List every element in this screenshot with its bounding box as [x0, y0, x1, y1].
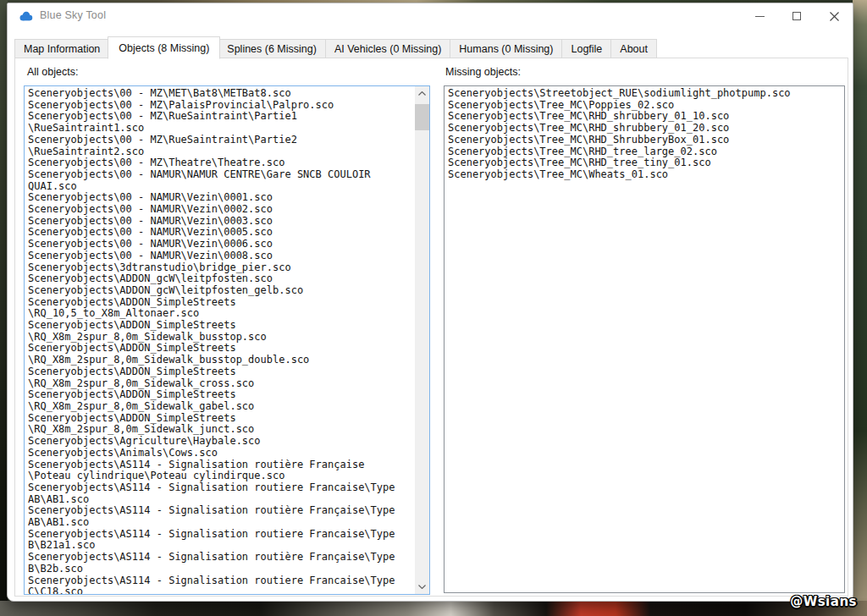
- object-path-line[interactable]: Sceneryobjects\00 - MZ\PalaisProvincial\…: [28, 100, 415, 112]
- object-path-line[interactable]: B\B2b.sco: [28, 564, 415, 575]
- object-path-line[interactable]: Sceneryobjects\ADDON_SimpleStreets: [28, 366, 415, 378]
- chevron-down-icon: [418, 585, 426, 589]
- object-path-line[interactable]: Sceneryobjects\ADDON_SimpleStreets: [28, 413, 415, 425]
- object-path-line[interactable]: AB\AB1.sco: [28, 517, 415, 529]
- maximize-button[interactable]: [778, 3, 815, 29]
- tab-strip: Map InformationObjects (8 Missing)Spline…: [14, 35, 657, 58]
- object-path-line[interactable]: Sceneryobjects\ADDON_SimpleStreets: [28, 389, 415, 401]
- app-window: Blue Sky Tool Map InformationObjects (8 …: [7, 3, 853, 602]
- object-path-line[interactable]: Sceneryobjects\00 - NAMUR\NAMUR CENTRE\G…: [28, 169, 415, 181]
- object-path-line[interactable]: \Poteau cylindrique\Poteau cylindirque.s…: [28, 470, 415, 482]
- object-path-line[interactable]: AB\AB1.sco: [28, 494, 415, 506]
- object-path-line[interactable]: Sceneryobjects\ADDON_SimpleStreets: [28, 297, 415, 309]
- object-path-line[interactable]: Sceneryobjects\ADDON_gcW\leitpfosten_gel…: [28, 285, 415, 297]
- object-path-line[interactable]: Sceneryobjects\Tree_MC\Poppies_02.sco: [448, 100, 844, 112]
- object-path-line[interactable]: Sceneryobjects\AS114 - Signalisation rou…: [28, 529, 415, 541]
- object-path-line[interactable]: \RQ_10,5_to_X8m_Altonaer.sco: [28, 308, 415, 320]
- object-path-line[interactable]: \RQ_X8m_2spur_8,0m_Sidewalk_cross.sco: [28, 378, 415, 390]
- object-path-line[interactable]: Sceneryobjects\AS114 - Signalisation rou…: [28, 575, 415, 587]
- missing-objects-lines: Sceneryobjects\Streetobject_RUE\sodiumli…: [445, 86, 844, 592]
- close-icon: [830, 12, 839, 21]
- object-path-line[interactable]: Sceneryobjects\Tree_MC\RHD_tree_large_02…: [448, 146, 844, 158]
- object-path-line[interactable]: Sceneryobjects\3dtranstudio\bridge_pier.…: [28, 262, 415, 274]
- tab-splines-6-missing[interactable]: Splines (6 Missing): [218, 39, 326, 58]
- scrollbar-thumb[interactable]: [415, 104, 429, 130]
- object-path-line[interactable]: Sceneryobjects\ADDON_SimpleStreets: [28, 343, 415, 355]
- missing-objects-label: Missing objects:: [445, 66, 521, 78]
- object-path-line[interactable]: Sceneryobjects\Tree_MC\RHD_ShrubberyBox_…: [448, 135, 844, 146]
- object-path-line[interactable]: Sceneryobjects\Agriculture\Haybale.sco: [28, 436, 415, 448]
- object-path-line[interactable]: C\C18.sco: [28, 586, 415, 594]
- object-path-line[interactable]: Sceneryobjects\00 - MZ\Theatre\Theatre.s…: [28, 157, 415, 169]
- object-path-line[interactable]: Sceneryobjects\Tree_MC\Wheats_01.sco: [448, 169, 844, 181]
- scroll-up-button[interactable]: [415, 86, 429, 101]
- object-path-line[interactable]: B\B21a1.sco: [28, 540, 415, 552]
- object-path-line[interactable]: Sceneryobjects\00 - NAMUR\Vezin\0005.sco: [28, 227, 415, 239]
- cloud-app-icon: [19, 11, 33, 22]
- object-path-line[interactable]: Sceneryobjects\Streetobject_RUE\sodiumli…: [448, 88, 844, 100]
- object-path-line[interactable]: Sceneryobjects\ADDON_gcW\leitpfosten.sco: [28, 273, 415, 285]
- object-path-line[interactable]: \RQ_X8m_2spur_8,0m_Sidewalk_junct.sco: [28, 424, 415, 436]
- scroll-down-button[interactable]: [415, 580, 429, 594]
- all-objects-listbox[interactable]: Sceneryobjects\00 - MZ\MET\Bat8\METBat8.…: [24, 85, 430, 595]
- tab-humans-0-missing[interactable]: Humans (0 Missing): [450, 39, 562, 58]
- object-path-line[interactable]: \RueSaintraint1.sco: [28, 123, 415, 135]
- missing-objects-listbox[interactable]: Sceneryobjects\Streetobject_RUE\sodiumli…: [444, 85, 845, 593]
- objects-tab-page: All objects: Missing objects: Sceneryobj…: [14, 58, 848, 597]
- maximize-icon: [792, 12, 801, 20]
- object-path-line[interactable]: \RQ_X8m_2spur_8,0m_Sidewalk_busstop.sco: [28, 332, 415, 344]
- tab-ai-vehicles-0-missing[interactable]: AI Vehicles (0 Missing): [326, 39, 450, 58]
- title-bar[interactable]: Blue Sky Tool: [8, 3, 853, 29]
- object-path-line[interactable]: Sceneryobjects\00 - MZ\MET\Bat8\METBat8.…: [28, 88, 415, 100]
- object-path-line[interactable]: \RQ_X8m_2spur_8,0m_Sidewalk_gabel.sco: [28, 401, 415, 413]
- window-title: Blue Sky Tool: [40, 9, 106, 21]
- object-path-line[interactable]: Sceneryobjects\Tree_MC\RHD_shrubbery_01_…: [448, 123, 844, 135]
- object-path-line[interactable]: Sceneryobjects\Tree_MC\RHD_shrubbery_01_…: [448, 111, 844, 123]
- object-path-line[interactable]: Sceneryobjects\ADDON_SimpleStreets: [28, 320, 415, 332]
- all-objects-label: All objects:: [27, 66, 78, 78]
- all-objects-lines: Sceneryobjects\00 - MZ\MET\Bat8\METBat8.…: [25, 86, 415, 594]
- object-path-line[interactable]: Sceneryobjects\Tree_MC\RHD_tree_tiny_01.…: [448, 157, 844, 169]
- close-button[interactable]: [815, 3, 853, 29]
- object-path-line[interactable]: Sceneryobjects\AS114 - Signalisation rou…: [28, 505, 415, 517]
- object-path-line[interactable]: Sceneryobjects\AS114 - Signalisation rou…: [28, 459, 415, 471]
- object-path-line[interactable]: Sceneryobjects\00 - NAMUR\Vezin\0002.sco: [28, 204, 415, 216]
- minimize-icon: [755, 16, 765, 17]
- tab-objects-8-missing[interactable]: Objects (8 Missing): [108, 36, 220, 59]
- object-path-line[interactable]: Sceneryobjects\00 - NAMUR\Vezin\0001.sco: [28, 192, 415, 204]
- object-path-line[interactable]: \RQ_X8m_2spur_8,0m_Sidewalk_busstop_doub…: [28, 355, 415, 366]
- object-path-line[interactable]: \RueSaintraint2.sco: [28, 146, 415, 158]
- all-objects-scrollbar[interactable]: [415, 86, 429, 594]
- minimize-button[interactable]: [741, 3, 778, 29]
- watermark: @Wsians: [790, 594, 857, 609]
- object-path-line[interactable]: Sceneryobjects\00 - NAMUR\Vezin\0003.sco: [28, 216, 415, 228]
- object-path-line[interactable]: Sceneryobjects\00 - MZ\RueSaintraint\Par…: [28, 111, 415, 123]
- object-path-line[interactable]: Sceneryobjects\00 - NAMUR\Vezin\0006.sco: [28, 239, 415, 250]
- object-path-line[interactable]: Sceneryobjects\Animals\Cows.sco: [28, 448, 415, 459]
- object-path-line[interactable]: Sceneryobjects\AS114 - Signalisation rou…: [28, 482, 415, 494]
- desktop-background-right: [853, 0, 867, 616]
- object-path-line[interactable]: QUAI.sco: [28, 181, 415, 193]
- object-path-line[interactable]: Sceneryobjects\00 - MZ\RueSaintraint\Par…: [28, 135, 415, 146]
- object-path-line[interactable]: Sceneryobjects\00 - NAMUR\Vezin\0008.sco: [28, 250, 415, 262]
- tab-map-information[interactable]: Map Information: [14, 39, 109, 58]
- chevron-up-icon: [418, 91, 426, 96]
- tab-logfile[interactable]: Logfile: [562, 39, 611, 58]
- object-path-line[interactable]: Sceneryobjects\AS114 - Signalisation rou…: [28, 552, 415, 564]
- tab-about[interactable]: About: [611, 39, 657, 58]
- desktop-background-bottom: [0, 601, 867, 616]
